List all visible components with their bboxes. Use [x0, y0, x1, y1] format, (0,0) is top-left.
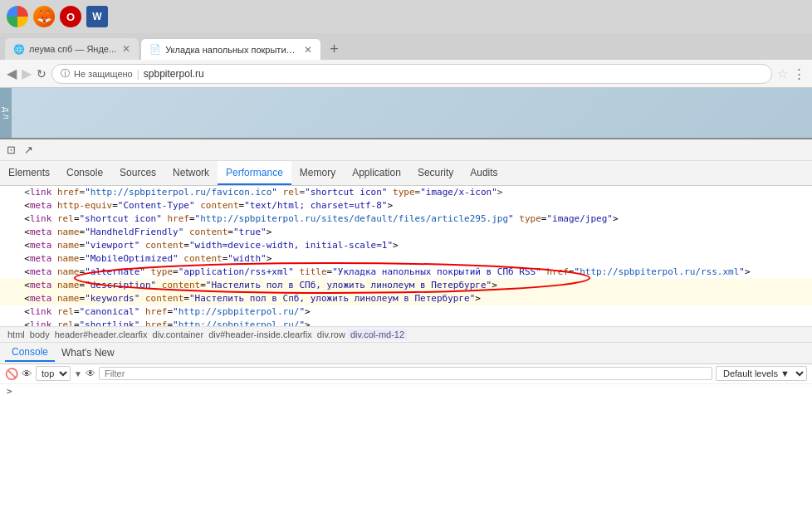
url-text: spbpiterpol.ru: [144, 68, 204, 80]
code-area: <link href="http://spbpiterpol.ru/favico…: [0, 186, 812, 326]
code-line-6: <meta name="MobileOptimized" content="wi…: [0, 252, 812, 266]
code-content-5: <meta name="viewport" content="width=dev…: [13, 239, 399, 252]
firefox-icon[interactable]: 🦊: [33, 6, 55, 27]
separator: |: [137, 68, 139, 80]
devtools-toolbar: ⊡ ↗: [0, 139, 812, 161]
breadcrumb-item-container[interactable]: div.container: [150, 329, 207, 339]
code-line-5: <meta name="viewport" content="width=dev…: [0, 239, 812, 252]
tab-console[interactable]: Console: [58, 161, 111, 185]
forward-button[interactable]: ▶: [22, 66, 32, 81]
reload-button[interactable]: ↻: [37, 67, 46, 81]
console-tab-console[interactable]: Console: [5, 344, 55, 362]
code-content-1: <link href="http://spbpiterpol.ru/favico…: [13, 186, 502, 199]
browser-window: 🦊 O W 🌐 леума спб — Янде... ✕ 📄 Укладка …: [0, 0, 812, 527]
console-body: >: [0, 384, 812, 528]
breadcrumb-item-row[interactable]: div.row: [315, 329, 348, 339]
tab-application[interactable]: Application: [344, 161, 409, 185]
tab-memory[interactable]: Memory: [291, 161, 344, 185]
code-line-2: <meta http-equiv="Content-Type" content=…: [0, 199, 812, 212]
console-clear-button[interactable]: 🚫: [5, 368, 18, 380]
devtools-inspect-button[interactable]: ↗: [21, 143, 37, 157]
tab-security[interactable]: Security: [409, 161, 462, 185]
word-icon[interactable]: W: [86, 6, 108, 27]
code-line-1: <link href="http://spbpiterpol.ru/favico…: [0, 186, 812, 199]
tab1-close[interactable]: ✕: [122, 43, 130, 55]
code-line-3: <link rel="shortcut icon" href="http://s…: [0, 212, 812, 226]
devtools-panel: ⊡ ↗ Elements Console Sources Network Per…: [0, 138, 812, 527]
top-icon-bar: 🦊 O W: [0, 0, 812, 33]
console-show-button[interactable]: 👁: [22, 368, 32, 380]
tab-sources[interactable]: Sources: [111, 161, 164, 185]
tab-bar: 🌐 леума спб — Янде... ✕ 📄 Укладка наполь…: [0, 33, 812, 60]
page-sidebar-bar: Д Л: [0, 88, 12, 138]
tab-elements[interactable]: Elements: [0, 161, 58, 185]
code-line-9: <meta name="keywords" content="Настелить…: [0, 292, 812, 305]
code-content-4: <meta name="HandheldFriendly" content="t…: [13, 226, 271, 239]
code-content-6: <meta name="MobileOptimized" content="wi…: [13, 252, 271, 266]
console-level-select[interactable]: Default levels ▼: [716, 366, 807, 381]
new-tab-button[interactable]: +: [323, 41, 345, 58]
info-icon: ⓘ: [61, 67, 70, 80]
back-button[interactable]: ◀: [7, 66, 17, 81]
console-context-select[interactable]: top: [36, 366, 71, 381]
code-content-2: <meta http-equiv="Content-Type" content=…: [13, 199, 393, 212]
page-body: [12, 88, 812, 138]
code-content-7: <meta name="alternate" type="application…: [13, 266, 751, 279]
chrome-icon[interactable]: [7, 6, 28, 27]
breadcrumb-item-header[interactable]: header#header.clearfix: [52, 329, 150, 339]
console-tab-bar: Console What's New: [0, 343, 812, 364]
code-line-7: <meta name="alternate" type="application…: [0, 266, 812, 279]
tab-network[interactable]: Network: [164, 161, 218, 185]
breadcrumb-item-html[interactable]: html: [5, 329, 27, 339]
code-line-8: <meta name="description" content="Настел…: [0, 279, 812, 292]
menu-button[interactable]: ⋮: [793, 66, 805, 81]
bookmark-button[interactable]: ☆: [777, 66, 788, 81]
devtools-tabs: Elements Console Sources Network Perform…: [0, 161, 812, 186]
tab2-close[interactable]: ✕: [304, 44, 312, 56]
tab1-title: леума спб — Янде...: [29, 44, 116, 54]
tab-performance[interactable]: Performance: [218, 161, 291, 185]
page-content-area: Д Л: [0, 88, 812, 138]
console-dropdown-arrow: ▼: [74, 369, 82, 378]
breadcrumb-bar: html body header#header.clearfix div.con…: [0, 326, 812, 343]
tab1-favicon: 🌐: [13, 44, 25, 55]
address-bar: ◀ ▶ ↻ ⓘ Не защищено | spbpiterpol.ru ☆ ⋮: [0, 60, 812, 88]
url-bar[interactable]: ⓘ Не защищено | spbpiterpol.ru: [51, 64, 772, 84]
tab2-title: Укладка напольных покрытий е...: [165, 45, 298, 55]
browser-tab-1[interactable]: 🌐 леума спб — Янде... ✕: [5, 38, 139, 60]
code-content-3: <link rel="shortcut icon" href="http://s…: [13, 212, 619, 226]
breadcrumb-item-body[interactable]: body: [27, 329, 52, 339]
tab2-favicon: 📄: [149, 44, 161, 55]
console-prompt[interactable]: >: [7, 386, 12, 397]
console-input-bar: 🚫 👁 top ▼ 👁 Default levels ▼: [0, 364, 812, 384]
code-content-8: <meta name="description" content="Настел…: [13, 279, 497, 292]
console-filter-input[interactable]: [99, 367, 712, 380]
code-line-10: <link rel="canonical" href="http://spbpi…: [0, 305, 812, 319]
browser-tab-2[interactable]: 📄 Укладка напольных покрытий е... ✕: [140, 38, 321, 60]
security-text: Не защищено: [74, 69, 133, 79]
code-content-9: <meta name="keywords" content="Настелить…: [13, 292, 481, 305]
opera-icon[interactable]: O: [60, 6, 81, 27]
console-tab-whats-new[interactable]: What's New: [55, 344, 121, 361]
code-content-11: <link rel="shortlink" href="http://spbpi…: [13, 319, 311, 326]
code-line-4: <meta name="HandheldFriendly" content="t…: [0, 226, 812, 239]
devtools-dock-button[interactable]: ⊡: [3, 143, 19, 157]
code-content-10: <link rel="canonical" href="http://spbpi…: [13, 305, 311, 319]
code-line-11: <link rel="shortlink" href="http://spbpi…: [0, 319, 812, 326]
tab-audits[interactable]: Audits: [462, 161, 506, 185]
breadcrumb-item-col[interactable]: div.col-md-12: [348, 329, 407, 339]
console-eye-button[interactable]: 👁: [86, 368, 95, 379]
breadcrumb-item-header-inside[interactable]: div#header-inside.clearfix: [206, 329, 315, 339]
